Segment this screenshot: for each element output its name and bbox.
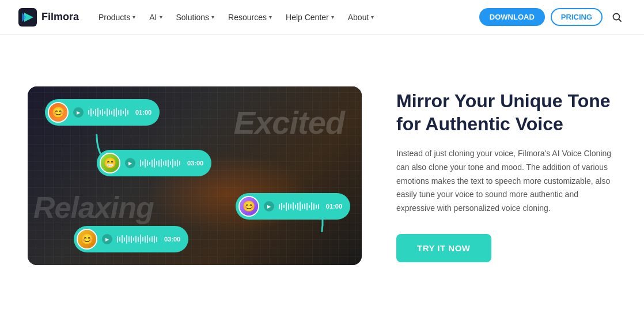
search-icon — [612, 12, 622, 22]
avatar-4: 😊 — [77, 229, 97, 250]
nav-label-solutions: Solutions — [176, 13, 210, 22]
nav-item-about[interactable]: About ▾ — [342, 8, 380, 27]
audio-card-1: 😊 ▶ 01:00 — [45, 99, 160, 126]
nav-actions: DOWNLOAD PRICING — [479, 8, 626, 26]
nav-item-help[interactable]: Help Center ▾ — [280, 8, 340, 27]
audio-card-3: 😊 ▶ 01:00 — [236, 193, 350, 220]
word-excited: Excited — [234, 104, 344, 141]
chevron-down-icon: ▾ — [160, 14, 162, 20]
play-button-4[interactable]: ▶ — [102, 234, 112, 244]
hero-description: Instead of just cloning your voice, Film… — [396, 147, 616, 216]
nav-label-products: Products — [99, 13, 130, 22]
media-card: Excited Relaxing 😊 ▶ 01:00 — [28, 86, 362, 265]
chevron-down-icon: ▾ — [331, 14, 334, 20]
navbar: Filmora Products ▾ AI ▾ Solutions ▾ Reso… — [0, 0, 644, 35]
time-label-1: 01:00 — [135, 109, 151, 116]
logo-text: Filmora — [41, 11, 79, 23]
nav-label-about: About — [348, 13, 369, 22]
waveform-3 — [279, 201, 319, 212]
waveform-1 — [88, 107, 128, 118]
filmora-logo-icon — [18, 8, 37, 27]
time-label-3: 01:00 — [326, 203, 342, 210]
nav-item-ai[interactable]: AI ▾ — [143, 8, 168, 27]
nav-item-solutions[interactable]: Solutions ▾ — [171, 8, 221, 27]
nav-item-products[interactable]: Products ▾ — [93, 8, 141, 27]
download-button[interactable]: DOWNLOAD — [479, 8, 545, 26]
audio-card-4: 😊 ▶ 03:00 — [74, 226, 188, 252]
avatar-2: 😁 — [100, 153, 120, 173]
search-button[interactable] — [608, 9, 626, 26]
nav-item-resources[interactable]: Resources ▾ — [222, 8, 278, 27]
chevron-down-icon: ▾ — [269, 14, 272, 20]
play-button-2[interactable]: ▶ — [125, 158, 135, 168]
chevron-down-icon: ▾ — [132, 14, 135, 20]
avatar-3: 😊 — [238, 196, 259, 217]
hero-content: Mirror Your Unique Tone for Authentic Vo… — [396, 89, 616, 262]
waveform-2 — [140, 158, 180, 168]
chevron-down-icon: ▾ — [371, 14, 374, 20]
avatar-1: 😊 — [48, 102, 69, 123]
svg-line-4 — [619, 19, 621, 21]
waveform-4 — [117, 234, 157, 244]
play-button-3[interactable]: ▶ — [264, 201, 274, 212]
try-it-now-button[interactable]: TRY IT NOW — [396, 234, 491, 262]
word-relaxing: Relaxing — [33, 190, 154, 225]
chevron-down-icon: ▾ — [211, 14, 214, 20]
nav-label-resources: Resources — [228, 13, 267, 22]
time-label-2: 03:00 — [187, 160, 203, 167]
pricing-button[interactable]: PRICING — [551, 8, 603, 26]
nav-label-help: Help Center — [286, 13, 329, 22]
hero-section: Excited Relaxing 😊 ▶ 01:00 — [0, 35, 644, 317]
hero-title: Mirror Your Unique Tone for Authentic Vo… — [396, 89, 616, 135]
play-button-1[interactable]: ▶ — [73, 107, 84, 118]
nav-label-ai: AI — [149, 13, 157, 22]
time-label-4: 03:00 — [164, 236, 180, 243]
audio-card-2: 😁 ▶ 03:00 — [97, 150, 211, 176]
logo[interactable]: Filmora — [18, 8, 79, 27]
nav-links: Products ▾ AI ▾ Solutions ▾ Resources ▾ … — [93, 8, 479, 27]
